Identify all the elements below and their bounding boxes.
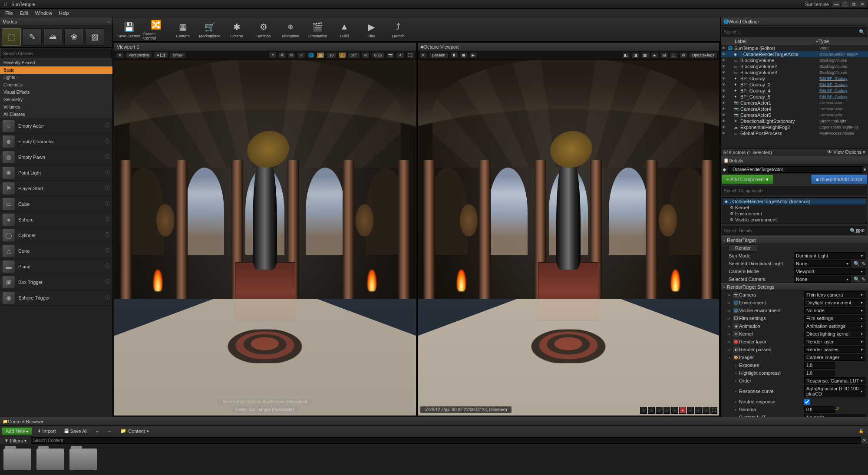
category-lights[interactable]: Lights xyxy=(0,74,112,81)
vp2-ico-5[interactable]: ▫ xyxy=(671,407,678,414)
search-picker-icon[interactable]: 🔍 xyxy=(854,277,860,282)
vp1-snap-angle-value[interactable]: 10° xyxy=(348,52,360,58)
search-picker-icon[interactable]: 🔍 xyxy=(854,261,860,267)
visibility-icon[interactable]: 👁 xyxy=(722,76,728,81)
combo[interactable]: Dominant Light▼ xyxy=(794,252,865,259)
outliner-row[interactable]: 👁▭BlockingVolume2BlockingVolume xyxy=(721,63,868,69)
cb-addnew-button[interactable]: Add New ▾ xyxy=(2,427,32,435)
vp1-perspective-button[interactable]: Perspective xyxy=(125,52,152,58)
vp2-tool-g-icon[interactable]: ⚙ xyxy=(680,52,687,58)
cb-back-button[interactable]: ← xyxy=(92,428,102,434)
cb-search-clear-icon[interactable]: ✕ xyxy=(862,438,866,443)
vp2-pause-icon[interactable]: ⏸ xyxy=(450,52,458,58)
vp2-play-icon[interactable]: ▶ xyxy=(469,52,477,58)
menu-file[interactable]: File xyxy=(2,10,17,16)
component-root[interactable]: ◆- OctaneRenderTargetActor (Instance) xyxy=(723,198,866,205)
vp1-transform-scale-icon[interactable]: ⤢ xyxy=(297,52,305,58)
vp2-updateflags-button[interactable]: UpdateFlags xyxy=(689,52,717,58)
cb-breadcrumb[interactable]: 📁 Content ▸ xyxy=(120,428,149,434)
placeable-cube[interactable]: ▭Cubeⓘ xyxy=(0,196,112,212)
vp2-ico-rec[interactable]: ● xyxy=(679,407,686,414)
cb-folder-2[interactable] xyxy=(36,449,64,470)
cb-folder-3[interactable] xyxy=(69,449,97,470)
vp2-tool-e-icon[interactable]: ⊞ xyxy=(660,52,668,58)
outliner-row[interactable]: 👁📷CameraActor1CameraActor xyxy=(721,100,868,106)
components-search[interactable] xyxy=(722,186,867,195)
toolbar-settings-button[interactable]: ⚙Settings xyxy=(251,19,276,40)
vp2-ico-1[interactable]: ▫ xyxy=(640,407,647,414)
category-basic[interactable]: Basic xyxy=(0,66,112,74)
combo[interactable]: Render layer▼ xyxy=(804,338,865,345)
category-recently-placed[interactable]: Recently Placed xyxy=(0,59,112,66)
reset-icon[interactable]: ✎ xyxy=(861,277,865,282)
toolbar-cinematics-button[interactable]: 🎬Cinematics xyxy=(305,19,330,40)
outliner-row[interactable]: 👁◆- OctaneRenderTargetActorOctaneRenderT… xyxy=(721,51,868,57)
reset-icon[interactable]: ↺ xyxy=(835,406,842,412)
viewport2-tab[interactable]: ✱ Octane Viewport xyxy=(418,43,719,51)
toolbar-marketplace-button[interactable]: 🛒Marketplace xyxy=(197,19,222,40)
toolbar-source-control-button[interactable]: 🔀Source Control xyxy=(143,19,168,40)
reset-icon[interactable]: ✎ xyxy=(861,261,865,267)
vp1-snap-grid-icon[interactable]: ▦ xyxy=(317,52,324,58)
combo[interactable]: Response, Gamma, LUT▼ xyxy=(804,377,865,384)
outliner-search-input[interactable] xyxy=(724,30,859,34)
placeable-empty-character[interactable]: ☻Empty Characterⓘ xyxy=(0,134,112,149)
info-icon[interactable]: ⓘ xyxy=(105,278,110,286)
mode-place-button[interactable]: ⬚ xyxy=(2,28,21,46)
vp1-coord-icon[interactable]: 🌐 xyxy=(307,52,315,58)
modes-tab[interactable]: Modes × xyxy=(0,17,112,26)
combo[interactable]: No node▼ xyxy=(804,414,865,417)
info-icon[interactable]: ⓘ xyxy=(105,231,110,239)
visibility-icon[interactable]: 👁 xyxy=(722,125,728,129)
outliner-col-label[interactable]: Label xyxy=(735,39,815,44)
info-icon[interactable]: ⓘ xyxy=(105,200,110,208)
outliner-col-type[interactable]: Type xyxy=(818,39,866,44)
visibility-icon[interactable]: 👁 xyxy=(722,58,728,63)
category-cinematic[interactable]: Cinematic xyxy=(0,81,112,89)
octane-viewport[interactable]: ✱ Octane Viewport ▾ DeMain ⏸ ⏹ ▶ ◧ ◨ ▦ ◈… xyxy=(417,43,720,416)
menu-window[interactable]: Window xyxy=(32,10,56,16)
info-icon[interactable]: ⓘ xyxy=(105,169,110,176)
outliner-viewoptions[interactable]: 👁 View Options ▾ xyxy=(827,149,865,155)
details-search[interactable]: 🔍 ▦ 👁 xyxy=(722,226,867,235)
combo[interactable]: Animation settings▼ xyxy=(804,323,865,330)
combo[interactable]: Daylight environment▼ xyxy=(804,299,865,306)
viewport1-canvas[interactable]: Selected Actor(s) in: SunTemple (Persist… xyxy=(114,51,416,416)
spinbox[interactable] xyxy=(804,370,835,376)
visibility-icon[interactable]: 👁 xyxy=(722,113,728,117)
toolbar-save-current-button[interactable]: 💾Save Current xyxy=(116,19,142,40)
toolbar-octane-button[interactable]: ✱Octane xyxy=(224,19,249,40)
outliner-tab[interactable]: 🌐 World Outliner xyxy=(721,17,868,26)
outliner-row[interactable]: 👁🌐SunTemple (Editor)World xyxy=(721,45,868,51)
vp1-camera-speed[interactable]: 4 xyxy=(396,52,404,58)
combo[interactable]: Viewport▼ xyxy=(794,268,865,275)
visibility-icon[interactable]: 👁 xyxy=(722,89,728,93)
menu-help[interactable]: Help xyxy=(56,10,73,16)
outliner-row[interactable]: 👁📷CameraActor4CameraActor xyxy=(721,106,868,112)
cb-search-input[interactable] xyxy=(31,437,861,444)
classes-search[interactable] xyxy=(1,49,112,58)
vp2-ico-max[interactable]: ⛶ xyxy=(710,407,717,414)
info-icon[interactable]: ⓘ xyxy=(105,185,110,192)
component-kernel[interactable]: ⚙Kernel xyxy=(723,205,866,211)
info-icon[interactable]: ⓘ xyxy=(105,263,110,270)
combo[interactable]: Agfa|Agfacolor HDC 100 plusCD▼ xyxy=(804,385,865,397)
vp2-ico-8[interactable]: ▫ xyxy=(703,407,710,414)
toolbar-content-button[interactable]: ▦Content xyxy=(170,19,195,40)
vp2-ico-6[interactable]: ▫ xyxy=(687,407,694,414)
outliner-row[interactable]: 👁✦BP_Godray_5Edit BP_Godray xyxy=(721,94,868,100)
minimize-button[interactable]: — xyxy=(832,1,840,7)
vp2-tool-b-icon[interactable]: ◨ xyxy=(632,52,640,58)
spinbox[interactable] xyxy=(804,406,835,413)
vp2-ico-7[interactable]: ▫ xyxy=(695,407,702,414)
viewport1-tab[interactable]: Viewport 1 xyxy=(114,43,416,51)
placeable-empty-pawn[interactable]: ◍Empty Pawnⓘ xyxy=(0,149,112,165)
outliner-row[interactable]: 👁▭BlockingVolumeBlockingVolume xyxy=(721,57,868,63)
actor-name-input[interactable] xyxy=(728,166,862,173)
vp1-lit-button[interactable]: ● Lit xyxy=(154,52,168,59)
blueprint-button[interactable]: ⎈ Blueprint/Add Script xyxy=(811,175,867,184)
section-rtsettings[interactable]: ▿RenderTarget Settings xyxy=(721,283,868,291)
render-button[interactable]: Render xyxy=(729,244,757,251)
mode-foliage-button[interactable]: ❀ xyxy=(64,28,83,46)
mode-landscape-button[interactable]: ⛰ xyxy=(43,28,63,46)
